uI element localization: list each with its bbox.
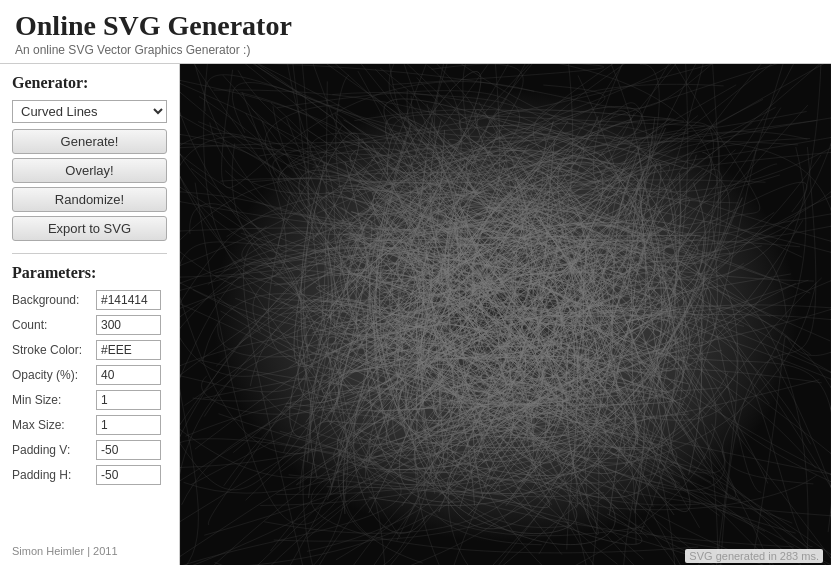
svg-rect-1: [181, 64, 831, 565]
param-count-input[interactable]: [96, 315, 161, 335]
main-layout: Generator: Curved Lines Straight Lines C…: [0, 64, 831, 565]
param-background-label: Background:: [12, 293, 92, 307]
params-section-title: Parameters:: [12, 264, 167, 282]
generate-button[interactable]: Generate!: [12, 129, 167, 154]
param-padding-v-label: Padding V:: [12, 443, 92, 457]
param-background: Background:: [12, 290, 167, 310]
credit-text: Simon Heimler | 2011: [12, 545, 118, 557]
param-padding-h-label: Padding H:: [12, 468, 92, 482]
param-background-input[interactable]: [96, 290, 161, 310]
generator-select[interactable]: Curved Lines Straight Lines Circles Rect…: [12, 100, 167, 123]
param-count: Count:: [12, 315, 167, 335]
param-max-size-label: Max Size:: [12, 418, 92, 432]
generator-select-wrapper: Curved Lines Straight Lines Circles Rect…: [12, 100, 167, 123]
status-bar: SVG generated in 283 ms.: [685, 549, 823, 563]
param-stroke-color: Stroke Color:: [12, 340, 167, 360]
param-padding-h: Padding H:: [12, 465, 167, 485]
page-header: Online SVG Generator An online SVG Vecto…: [0, 0, 831, 64]
footer-credit: Simon Heimler | 2011: [12, 535, 167, 557]
export-button[interactable]: Export to SVG: [12, 216, 167, 241]
generated-svg: [180, 64, 831, 565]
params-section: Parameters: Background: Count: Stroke Co…: [12, 264, 167, 490]
param-count-label: Count:: [12, 318, 92, 332]
canvas-area: SVG generated in 283 ms.: [180, 64, 831, 565]
generator-section-title: Generator:: [12, 74, 167, 92]
divider: [12, 253, 167, 254]
param-opacity-input[interactable]: [96, 365, 161, 385]
param-max-size: Max Size:: [12, 415, 167, 435]
param-min-size-input[interactable]: [96, 390, 161, 410]
overlay-button[interactable]: Overlay!: [12, 158, 167, 183]
param-padding-v: Padding V:: [12, 440, 167, 460]
param-max-size-input[interactable]: [96, 415, 161, 435]
param-min-size-label: Min Size:: [12, 393, 92, 407]
param-opacity: Opacity (%):: [12, 365, 167, 385]
sidebar: Generator: Curved Lines Straight Lines C…: [0, 64, 180, 565]
param-padding-v-input[interactable]: [96, 440, 161, 460]
param-padding-h-input[interactable]: [96, 465, 161, 485]
page-title: Online SVG Generator: [15, 10, 816, 42]
param-opacity-label: Opacity (%):: [12, 368, 92, 382]
param-min-size: Min Size:: [12, 390, 167, 410]
param-stroke-color-input[interactable]: [96, 340, 161, 360]
param-stroke-color-label: Stroke Color:: [12, 343, 92, 357]
randomize-button[interactable]: Randomize!: [12, 187, 167, 212]
page-subtitle: An online SVG Vector Graphics Generator …: [15, 43, 816, 57]
